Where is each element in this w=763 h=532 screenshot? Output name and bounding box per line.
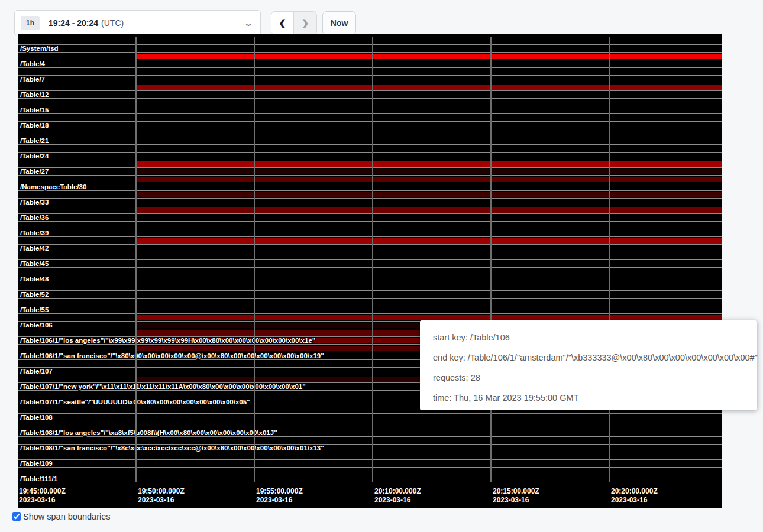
heat-band <box>137 54 722 59</box>
time-gridline <box>135 37 137 482</box>
time-nav-group: ❮ ❯ <box>271 11 317 35</box>
tick-date: 2023-03-16 <box>256 496 303 505</box>
span-row[interactable]: /Table/36 <box>18 213 722 221</box>
tick-time: 19:55:00.000Z <box>256 487 303 496</box>
span-row[interactable]: /Table/18 <box>18 121 722 129</box>
span-tooltip: start key: /Table/106 end key: /Table/10… <box>420 320 757 410</box>
prev-time-button[interactable]: ❮ <box>271 12 294 34</box>
span-row[interactable]: /Table/111/1 <box>18 475 722 482</box>
span-row[interactable]: /Table/27 <box>18 167 722 175</box>
span-key-label: /System/tsd <box>20 45 59 53</box>
heat-band <box>137 169 722 174</box>
span-row[interactable] <box>18 175 722 183</box>
x-axis-tick: 19:50:00.000Z2023-03-16 <box>138 487 185 505</box>
span-row[interactable] <box>18 98 722 106</box>
span-row[interactable] <box>18 267 722 275</box>
x-axis-tick: 20:15:00.000Z2023-03-16 <box>493 487 539 505</box>
time-range-label: 19:24 - 20:24 <box>49 18 98 28</box>
span-row[interactable]: /Table/7 <box>18 75 722 83</box>
span-row[interactable] <box>18 206 722 213</box>
show-span-boundaries-checkbox[interactable] <box>12 512 21 521</box>
span-row[interactable]: /Table/12 <box>18 90 722 98</box>
span-row[interactable] <box>18 436 722 444</box>
now-button[interactable]: Now <box>322 11 356 35</box>
span-row[interactable] <box>18 298 722 306</box>
time-gridline <box>490 37 492 482</box>
tick-time: 19:50:00.000Z <box>138 487 185 496</box>
tick-time: 20:15:00.000Z <box>493 487 539 496</box>
span-row[interactable]: /Table/48 <box>18 275 722 283</box>
span-key-label: /Table/18 <box>20 122 49 129</box>
span-rows: /System/tsd/Table/4/Table/7/Table/12/Tab… <box>18 37 722 482</box>
span-key-label: /Table/108/1/"los angeles"/"\xa8\xf5\u00… <box>20 429 277 437</box>
tooltip-start-key: start key: /Table/106 <box>433 327 751 348</box>
span-row[interactable] <box>18 452 722 459</box>
time-range-selector[interactable]: 1h 19:24 - 20:24 (UTC) ⌄ <box>14 10 261 35</box>
heat-band <box>137 207 722 213</box>
span-row[interactable]: /Table/39 <box>18 229 722 236</box>
span-row[interactable] <box>18 252 722 259</box>
span-row[interactable]: /Table/55 <box>18 306 722 313</box>
span-row[interactable] <box>18 190 722 198</box>
tick-date: 2023-03-16 <box>138 496 185 505</box>
tooltip-requests: requests: 28 <box>433 368 751 388</box>
span-row[interactable]: /Table/24 <box>18 152 722 160</box>
timezone-label: (UTC) <box>101 18 124 28</box>
span-row[interactable]: /Table/4 <box>18 60 722 67</box>
span-row[interactable] <box>18 67 722 75</box>
span-key-label: /Table/21 <box>20 137 49 145</box>
time-gridline <box>609 37 610 482</box>
span-row[interactable] <box>18 421 722 429</box>
span-row[interactable] <box>18 144 722 152</box>
span-row[interactable]: /Table/108 <box>18 413 722 421</box>
span-key-label: /Table/109 <box>20 460 53 468</box>
span-row[interactable] <box>18 52 722 60</box>
span-row[interactable]: /Table/109 <box>18 459 722 467</box>
show-span-boundaries-label[interactable]: Show span boundaries <box>23 512 111 521</box>
span-key-label: /NamespaceTable/30 <box>20 183 86 191</box>
span-key-label: /Table/52 <box>20 291 49 299</box>
chevron-left-icon: ❮ <box>279 18 286 28</box>
span-row[interactable] <box>18 160 722 167</box>
span-row[interactable]: /Table/21 <box>18 137 722 144</box>
span-row[interactable]: /Table/42 <box>18 244 722 252</box>
span-row[interactable]: /Table/52 <box>18 290 722 298</box>
key-visualizer-canvas[interactable]: /System/tsd/Table/4/Table/7/Table/12/Tab… <box>18 34 722 508</box>
span-row[interactable] <box>18 83 722 90</box>
span-key-label: /Table/107 <box>20 368 53 375</box>
heat-band <box>137 177 722 182</box>
span-key-label: /Table/106 <box>20 322 53 329</box>
tick-time: 20:20:00.000Z <box>611 487 658 496</box>
tick-time: 20:10:00.000Z <box>374 487 421 496</box>
span-row[interactable]: /Table/15 <box>18 106 722 113</box>
span-key-label: /Table/33 <box>20 199 49 206</box>
span-row[interactable]: /NamespaceTable/30 <box>18 183 722 190</box>
span-row[interactable]: /System/tsd <box>18 44 722 52</box>
span-row[interactable] <box>18 37 722 44</box>
span-row[interactable] <box>18 283 722 290</box>
x-axis-tick: 19:45:00.000Z2023-03-16 <box>19 487 66 505</box>
x-axis-tick: 19:55:00.000Z2023-03-16 <box>256 487 303 505</box>
span-row[interactable] <box>18 129 722 137</box>
span-row[interactable] <box>18 467 722 475</box>
heat-band <box>137 85 722 90</box>
span-key-label: /Table/39 <box>20 229 49 237</box>
span-row[interactable]: /Table/108/1/"san francisco"/"\x8c\xcc\x… <box>18 444 722 452</box>
span-row[interactable]: /Table/108/1/"los angeles"/"\xa8\xf5\u00… <box>18 429 722 436</box>
span-row[interactable] <box>18 236 722 244</box>
tick-date: 2023-03-16 <box>19 496 66 505</box>
heat-band <box>137 315 722 320</box>
span-row[interactable] <box>18 113 722 121</box>
span-row[interactable]: /Table/45 <box>18 259 722 267</box>
span-key-label: /Table/36 <box>20 214 49 222</box>
heat-band <box>137 238 722 244</box>
next-time-button[interactable]: ❯ <box>294 12 316 34</box>
span-key-label: /Table/15 <box>20 106 49 114</box>
duration-badge: 1h <box>21 16 40 30</box>
span-row[interactable]: /Table/33 <box>18 198 722 206</box>
span-row[interactable] <box>18 221 722 229</box>
chevron-down-icon: ⌄ <box>244 20 253 26</box>
tick-date: 2023-03-16 <box>493 496 539 505</box>
span-key-label: /Table/106/1/"san francisco"/"\x80\x00\x… <box>20 352 324 360</box>
heat-band <box>137 161 722 167</box>
